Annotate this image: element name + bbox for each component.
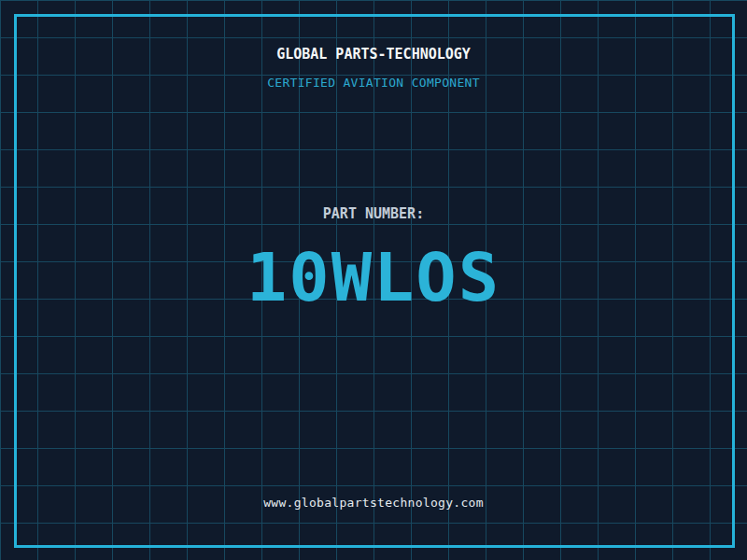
part-number-value: 10WLOS (0, 238, 747, 316)
website-url: www.globalpartstechnology.com (0, 496, 747, 510)
company-title: GLOBAL PARTS-TECHNOLOGY (0, 46, 747, 63)
certification-subtitle: CERTIFIED AVIATION COMPONENT (0, 76, 747, 90)
part-number-label: PART NUMBER: (0, 205, 747, 222)
